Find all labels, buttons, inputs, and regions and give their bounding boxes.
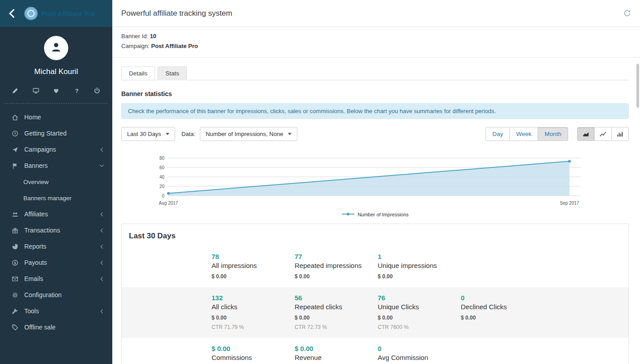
sidebar-item-reports[interactable]: Reports [0, 238, 112, 254]
flag-icon [12, 162, 19, 169]
svg-text:Aug 2017: Aug 2017 [159, 201, 178, 206]
stat-value: $ 0.00 [295, 345, 378, 352]
user-profile: Michal Kouril ? [0, 27, 112, 106]
stat-cell-all-clicks: 132All clicks$ 0.00CTR 71.79 % [212, 294, 295, 330]
section-title: Banner statistics [121, 90, 629, 97]
data-label: Data: [181, 131, 195, 137]
summary-row-spacer [122, 253, 212, 280]
divider [4, 103, 108, 104]
sidebar-item-offline-sale[interactable]: Offline sale [0, 319, 112, 335]
period-button-group: DayWeekMonth [486, 127, 568, 141]
pencil-icon[interactable] [12, 87, 19, 94]
svg-text:$: $ [14, 260, 16, 265]
gear-icon [12, 292, 19, 298]
banner-id-label: Banner Id: [121, 33, 148, 39]
stat-cell-unique-clicks: 76Unique Clicks$ 0.00CTR 7600 % [378, 294, 461, 330]
sidebar-item-label: Affiliates [24, 211, 48, 218]
sidebar-item-label: Overview [23, 179, 49, 185]
period-button-day[interactable]: Day [486, 127, 510, 141]
line-chart-button[interactable] [594, 127, 612, 141]
stat-cell-revenue: $ 0.00Revenue [295, 345, 378, 361]
sidebar-item-emails[interactable]: Emails [0, 271, 112, 287]
caret-down-icon [166, 133, 169, 135]
tab-details[interactable]: Details [121, 66, 155, 80]
chevron-left-icon [99, 260, 104, 265]
stat-money: $ 0.00 [212, 273, 295, 280]
stat-label: Declined Clicks [461, 303, 628, 311]
sidebar-item-payouts[interactable]: $Payouts [0, 254, 112, 271]
chevron-down-icon [99, 163, 104, 168]
content: DetailsStats Banner statistics Check the… [112, 57, 640, 364]
chevron-left-icon [99, 244, 104, 249]
stat-value: $ 0.00 [212, 345, 295, 352]
coin-icon: $ [12, 259, 19, 266]
period-button-month[interactable]: Month [538, 127, 568, 141]
back-button[interactable] [5, 7, 19, 20]
stat-label: Avg Commission [378, 354, 461, 361]
period-filter-select[interactable]: Last 30 Days [121, 127, 175, 141]
stat-value: 0 [461, 294, 628, 302]
page-title: Powerful affiliate tracking system [121, 9, 232, 18]
chart-type-button-group [577, 127, 629, 141]
stat-value: 1 [378, 253, 461, 260]
clock-icon [12, 130, 19, 137]
sidebar-item-home[interactable]: Home [0, 109, 112, 125]
chevron-left-icon [99, 276, 104, 281]
stat-cell-unique-impressions: 1Unique impressions$ 0.00 [378, 253, 461, 280]
person-icon [50, 41, 62, 55]
stat-cell-commissions: $ 0.00Commissions [212, 345, 295, 361]
data-filter-select[interactable]: Number of Impressions, None [200, 127, 297, 141]
chevron-left-icon [99, 228, 104, 233]
period-button-week[interactable]: Week [509, 127, 538, 141]
stat-money: $ 0.00 [295, 315, 378, 321]
tab-stats[interactable]: Stats [158, 66, 187, 80]
stat-money: $ 0.00 [378, 315, 461, 321]
tag-icon [12, 324, 19, 331]
sidebar-item-overview[interactable]: Overview [0, 174, 112, 190]
sidebar-item-label: Reports [24, 243, 46, 250]
sidebar-item-banners[interactable]: Banners [0, 158, 112, 174]
sidebar-item-label: Tools [24, 307, 39, 315]
question-icon[interactable]: ? [73, 87, 80, 94]
stat-cell-avg-commission: 0Avg Commission [378, 345, 461, 361]
summary-row: 132All clicks$ 0.00CTR 71.79 %56Repeated… [122, 287, 628, 338]
chevron-left-icon [99, 147, 104, 152]
scrollbar-thumb[interactable] [636, 64, 639, 108]
summary-row-spacer [122, 294, 212, 330]
banner-info: Banner Id: 10 Campaign: Post Affiliate P… [112, 27, 640, 57]
sidebar-header: Post Affiliate Pro [0, 0, 112, 27]
app-logo[interactable]: Post Affiliate Pro [24, 7, 95, 20]
svg-text:20: 20 [159, 184, 165, 189]
refresh-icon[interactable] [623, 9, 631, 17]
sidebar-item-banners-manager[interactable]: Banners manager [0, 190, 112, 206]
gift-icon [12, 227, 19, 234]
monitor-icon[interactable] [32, 87, 40, 94]
area-chart-button[interactable] [577, 127, 595, 141]
sidebar-item-campaigns[interactable]: Campaigns [0, 141, 112, 158]
summary-row: 78All impressions$ 0.0077Repeated impres… [122, 246, 628, 287]
heart-icon[interactable] [53, 87, 60, 94]
stat-value: 76 [378, 294, 461, 302]
sidebar-item-transactions[interactable]: Transactions [0, 222, 112, 238]
home-icon [12, 114, 19, 121]
avatar[interactable] [44, 36, 68, 60]
sidebar-item-label: Home [24, 114, 41, 121]
chart-legend: Number of Impressions [121, 212, 629, 217]
sidebar-item-getting-started[interactable]: Getting Started [0, 125, 112, 141]
banner-id-value: 10 [150, 33, 156, 39]
chevron-left-icon [99, 212, 104, 217]
banner-id-row: Banner Id: 10 [121, 31, 631, 41]
sidebar-item-tools[interactable]: Tools [0, 303, 112, 319]
summary-row: $ 0.00Commissions$ 0.00Revenue0Avg Commi… [122, 338, 628, 364]
period-filter-value: Last 30 Days [127, 131, 161, 137]
stat-ctr: CTR 7600 % [378, 324, 461, 330]
bar-chart-button[interactable] [611, 127, 629, 141]
sidebar-item-configuration[interactable]: Configuration [0, 287, 112, 303]
svg-text:0: 0 [162, 193, 164, 198]
power-icon[interactable] [93, 87, 101, 94]
summary-row-spacer [122, 345, 212, 361]
quick-actions: ? [0, 87, 112, 94]
stat-label: Unique Clicks [378, 303, 461, 311]
sidebar-item-affiliates[interactable]: Affiliates [0, 206, 112, 222]
summary-rows: 78All impressions$ 0.0077Repeated impres… [122, 246, 628, 364]
